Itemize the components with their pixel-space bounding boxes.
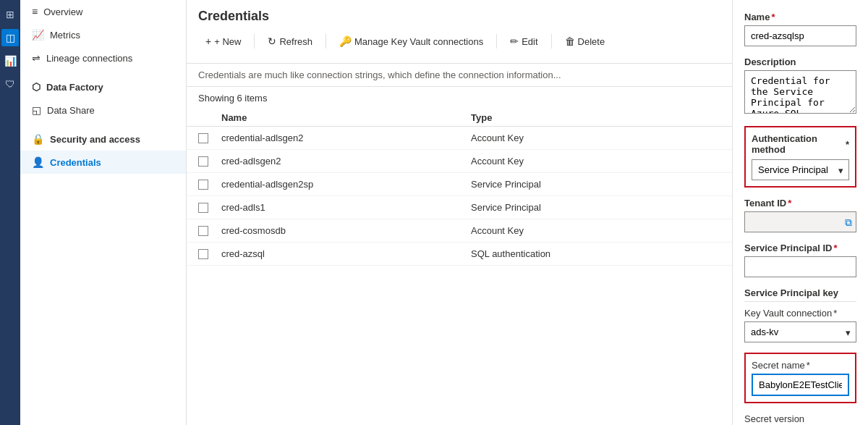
table-body: credential-adlsgen2 Account Key cred-adl… [187, 127, 732, 266]
sidebar-item-data-factory[interactable]: ⬡ Data Factory [20, 70, 186, 98]
row-type-1: Account Key [471, 132, 720, 143]
row-checkbox-3[interactable] [198, 180, 208, 190]
type-column-header: Type [471, 112, 720, 123]
secret-version-field-group: Secret version [744, 413, 856, 425]
sidebar-label-credentials: Credentials [50, 157, 101, 168]
manage-key-vault-button[interactable]: 🔑 Manage Key Vault connections [332, 31, 490, 51]
sidebar-item-metrics[interactable]: 📈 Metrics [20, 23, 186, 46]
new-button[interactable]: + + New [198, 31, 248, 51]
name-input[interactable] [744, 25, 856, 46]
toolbar-separator-4 [551, 34, 552, 49]
sidebar-item-security[interactable]: 🔒 Security and access [20, 122, 186, 151]
edit-icon: ✏ [510, 35, 519, 47]
service-principal-id-field-group: Service Principal ID * [744, 243, 856, 277]
row-name-1: credential-adlsgen2 [221, 132, 471, 143]
table-row[interactable]: credential-adlsgen2 Account Key [187, 127, 732, 150]
key-vault-select-wrapper: ads-kv ▾ [744, 321, 856, 342]
auth-method-select[interactable]: Service Principal Account Key SQL authen… [752, 159, 849, 180]
row-type-2: Account Key [471, 156, 720, 167]
name-column-header: Name [221, 112, 471, 123]
tenant-id-input[interactable] [744, 211, 856, 232]
main-content: Credentials + + New ↻ Refresh 🔑 Manage K… [187, 0, 868, 425]
description-field-group: Description Credential for the Service P… [744, 56, 856, 116]
copy-icon[interactable]: ⧉ [845, 216, 852, 228]
row-checkbox-2[interactable] [198, 156, 208, 167]
new-icon: + [205, 35, 211, 47]
table-row[interactable]: cred-azsql SQL authentication [187, 243, 732, 266]
name-label: Name * [744, 12, 856, 22]
overview-icon: ≡ [32, 6, 38, 17]
toolbar-separator-2 [326, 34, 326, 49]
auth-method-select-wrapper: Service Principal Account Key SQL authen… [752, 159, 849, 180]
row-checkbox-5[interactable] [198, 226, 208, 236]
credentials-icon: 👤 [32, 156, 44, 168]
service-principal-id-input[interactable] [744, 256, 856, 277]
table-row[interactable]: credential-adlsgen2sp Service Principal [187, 173, 732, 196]
list-pane: Credentials + + New ↻ Refresh 🔑 Manage K… [187, 0, 733, 425]
sidebar-label-security: Security and access [50, 134, 140, 145]
row-checkbox-1[interactable] [198, 133, 208, 143]
page-title: Credentials [198, 9, 720, 24]
row-name-5: cred-cosmosdb [221, 225, 471, 236]
tenant-id-field-group: Tenant ID * ⧉ [744, 198, 856, 232]
data-factory-icon: ⬡ [32, 81, 41, 93]
row-checkbox-6[interactable] [198, 249, 208, 259]
row-name-6: cred-azsql [221, 248, 471, 259]
security-icon: 🔒 [32, 133, 44, 145]
sidebar-item-overview[interactable]: ≡ Overview [20, 0, 186, 23]
sidebar-label-data-share: Data Share [47, 105, 95, 116]
row-type-5: Account Key [471, 225, 720, 236]
manage-icon[interactable]: 🛡 [1, 75, 19, 93]
detail-pane: Name * Description Credential for the Se… [733, 0, 868, 425]
sidebar-label-overview: Overview [43, 7, 82, 17]
service-principal-key-label: Service Principal key [744, 287, 856, 302]
secret-name-label: Secret name * [752, 360, 849, 371]
key-vault-select[interactable]: ads-kv [744, 321, 856, 342]
icon-bar: ⊞ ◫ 📊 🛡 [0, 0, 20, 425]
pane-header: Credentials + + New ↻ Refresh 🔑 Manage K… [187, 0, 732, 64]
name-required: * [771, 12, 775, 22]
sidebar-item-credentials[interactable]: 👤 Credentials [20, 151, 186, 174]
description-textarea[interactable]: Credential for the Service Principal for… [744, 70, 856, 114]
table-header: Name Type [187, 109, 732, 127]
secret-name-input[interactable] [752, 374, 849, 396]
table-row[interactable]: cred-adls1 Service Principal [187, 196, 732, 219]
table-row[interactable]: cred-cosmosdb Account Key [187, 219, 732, 243]
secret-version-label: Secret version [744, 413, 856, 424]
key-vault-connection-field-group: Key Vault connection * ads-kv ▾ [744, 308, 856, 342]
delete-icon: 🗑 [565, 35, 575, 47]
showing-count: Showing 6 items [187, 87, 732, 109]
tenant-id-wrapper: ⧉ [744, 211, 856, 232]
refresh-icon: ↻ [268, 35, 276, 47]
row-checkbox-4[interactable] [198, 203, 208, 213]
sidebar-item-data-share[interactable]: ◱ Data Share [20, 98, 186, 122]
refresh-button[interactable]: ↻ Refresh [260, 31, 320, 51]
row-type-4: Service Principal [471, 202, 720, 213]
delete-button[interactable]: 🗑 Delete [558, 31, 613, 51]
sidebar-label-metrics: Metrics [50, 30, 80, 41]
tenant-id-label: Tenant ID * [744, 198, 856, 209]
credentials-panel: Credentials + + New ↻ Refresh 🔑 Manage K… [187, 0, 868, 425]
checkbox-header [198, 112, 221, 123]
name-field-group: Name * [744, 12, 856, 46]
table-row[interactable]: cred-adlsgen2 Account Key [187, 150, 732, 173]
row-name-4: cred-adls1 [221, 202, 471, 213]
insights-icon[interactable]: 📊 [1, 52, 19, 70]
row-type-3: Service Principal [471, 179, 720, 190]
service-principal-id-label: Service Principal ID * [744, 243, 856, 253]
sidebar: ≡ Overview 📈 Metrics ⇌ Lineage connectio… [20, 0, 187, 425]
lineage-icon: ⇌ [32, 52, 41, 64]
key-icon: 🔑 [339, 35, 352, 47]
home-icon[interactable]: ⊞ [1, 6, 19, 23]
sidebar-item-lineage[interactable]: ⇌ Lineage connections [20, 46, 186, 70]
edit-button[interactable]: ✏ Edit [503, 31, 545, 51]
description-label: Description [744, 56, 856, 67]
auth-method-label: Authentication method * [752, 133, 849, 155]
sidebar-label-lineage: Lineage connections [46, 53, 132, 64]
metrics-icon: 📈 [32, 29, 44, 41]
toolbar-separator-3 [496, 34, 497, 49]
auth-method-group: Authentication method * Service Principa… [744, 126, 856, 188]
secret-name-group: Secret name * [744, 353, 856, 403]
row-type-6: SQL authentication [471, 248, 720, 259]
catalog-icon[interactable]: ◫ [1, 29, 19, 46]
